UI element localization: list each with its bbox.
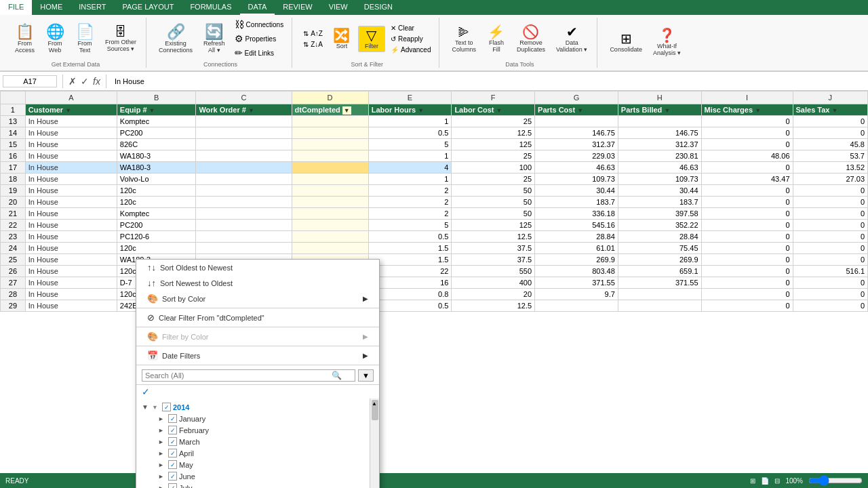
- cell-c-19[interactable]: [196, 185, 292, 197]
- cell-h-21[interactable]: 397.58: [618, 208, 701, 220]
- remove-duplicates-button[interactable]: 🚫 RemoveDuplicates: [513, 23, 549, 55]
- cell-d-15[interactable]: [292, 139, 368, 150]
- cell-b-14[interactable]: PC200: [117, 127, 196, 139]
- cell-f-29[interactable]: 12.5: [452, 300, 535, 312]
- cell-d-23[interactable]: [292, 231, 368, 243]
- cell-f-23[interactable]: 12.5: [452, 231, 535, 243]
- col-f-label[interactable]: Labor Cost ▼: [452, 104, 535, 116]
- cell-b-19[interactable]: 120c: [117, 185, 196, 197]
- col-a-label[interactable]: Customer ▼: [25, 104, 117, 116]
- page-break-icon[interactable]: ⊟: [774, 477, 780, 485]
- cell-f-28[interactable]: 20: [452, 289, 535, 300]
- parts-cost-filter-arrow[interactable]: ▼: [577, 107, 583, 114]
- cell-c-18[interactable]: [196, 174, 292, 185]
- reapply-button[interactable]: ↺ Reapply: [388, 34, 433, 44]
- cell-e-27[interactable]: 16: [368, 277, 452, 289]
- cell-h-18[interactable]: 109.73: [618, 174, 701, 185]
- confirm-icon[interactable]: ✓: [81, 76, 89, 87]
- cell-e-17[interactable]: 4: [368, 162, 452, 174]
- cell-i-20[interactable]: 0: [701, 197, 793, 208]
- cell-e-14[interactable]: 0.5: [368, 127, 452, 139]
- cell-g-29[interactable]: [535, 300, 618, 312]
- cell-b-22[interactable]: PC200: [117, 220, 196, 231]
- cell-e-15[interactable]: 5: [368, 139, 452, 150]
- cell-b-16[interactable]: WA180-3: [117, 150, 196, 162]
- cell-d-13[interactable]: [292, 116, 368, 127]
- cell-a-27[interactable]: In House: [25, 277, 117, 289]
- cell-j-23[interactable]: 0: [793, 231, 867, 243]
- cell-j-22[interactable]: 0: [793, 220, 867, 231]
- cell-i-24[interactable]: 0: [701, 243, 793, 254]
- cell-a-29[interactable]: In House: [25, 300, 117, 312]
- cell-j-13[interactable]: 0: [793, 116, 867, 127]
- tree-may[interactable]: ► May: [142, 459, 368, 470]
- col-h-label[interactable]: Parts Billed ▼: [618, 104, 701, 116]
- table-row[interactable]: 15In House826C5125312.37312.37045.8: [1, 139, 868, 150]
- misc-charges-filter-arrow[interactable]: ▼: [755, 107, 761, 114]
- table-row[interactable]: 28In House120c0.8209.700: [1, 289, 868, 300]
- cell-j-18[interactable]: 27.03: [793, 174, 867, 185]
- cell-d-19[interactable]: [292, 185, 368, 197]
- cell-j-24[interactable]: 0: [793, 243, 867, 254]
- cell-f-19[interactable]: 50: [452, 185, 535, 197]
- cell-i-19[interactable]: 0: [701, 185, 793, 197]
- cell-g-18[interactable]: 109.73: [535, 174, 618, 185]
- cell-h-19[interactable]: 30.44: [618, 185, 701, 197]
- sort-newest-item[interactable]: ↓↑ Sort Newest to Oldest: [136, 275, 379, 291]
- cell-b-20[interactable]: 120c: [117, 197, 196, 208]
- sales-tax-filter-arrow[interactable]: ▼: [832, 107, 838, 114]
- advanced-button[interactable]: ⚡ Advanced: [388, 45, 433, 55]
- cell-g-16[interactable]: 229.03: [535, 150, 618, 162]
- cell-e-23[interactable]: 0.5: [368, 231, 452, 243]
- flash-fill-button[interactable]: ⚡ FlashFill: [483, 23, 510, 55]
- tree-check-jul[interactable]: [168, 483, 177, 488]
- edit-links-button[interactable]: ✏ Edit Links: [232, 46, 287, 60]
- date-filters-item[interactable]: 📅 Date Filters ▶: [136, 348, 379, 363]
- workorder-filter-arrow[interactable]: ▼: [248, 107, 254, 114]
- cell-b-24[interactable]: 120c: [117, 243, 196, 254]
- col-c-label[interactable]: Work Order # ▼: [196, 104, 292, 116]
- cell-f-27[interactable]: 400: [452, 277, 535, 289]
- cell-e-26[interactable]: 22: [368, 266, 452, 277]
- cell-a-16[interactable]: In House: [25, 150, 117, 162]
- table-row[interactable]: 22In HousePC2005125545.16352.2200: [1, 220, 868, 231]
- cell-i-29[interactable]: 0: [701, 300, 793, 312]
- cell-a-24[interactable]: In House: [25, 243, 117, 254]
- cell-j-25[interactable]: 0: [793, 254, 867, 266]
- cell-h-28[interactable]: [618, 289, 701, 300]
- cell-g-27[interactable]: 371.55: [535, 277, 618, 289]
- cell-g-17[interactable]: 46.63: [535, 162, 618, 174]
- cell-e-28[interactable]: 0.8: [368, 289, 452, 300]
- cell-e-24[interactable]: 1.5: [368, 243, 452, 254]
- cell-a-21[interactable]: In House: [25, 208, 117, 220]
- col-header-c[interactable]: C: [196, 92, 292, 104]
- cell-i-28[interactable]: 0: [701, 289, 793, 300]
- cell-c-17[interactable]: [196, 162, 292, 174]
- cell-h-20[interactable]: 183.7: [618, 197, 701, 208]
- col-header-i[interactable]: I: [701, 92, 793, 104]
- select-all-check[interactable]: ✓: [142, 386, 153, 397]
- cell-f-22[interactable]: 125: [452, 220, 535, 231]
- cell-i-25[interactable]: 0: [701, 254, 793, 266]
- cell-g-20[interactable]: 183.7: [535, 197, 618, 208]
- cell-a-17[interactable]: In House: [25, 162, 117, 174]
- formula-input[interactable]: In House: [112, 76, 865, 87]
- cell-j-14[interactable]: 0: [793, 127, 867, 139]
- from-web-button[interactable]: 🌐 FromWeb: [41, 22, 68, 56]
- tree-check-jun[interactable]: [168, 472, 177, 481]
- cell-a-23[interactable]: In House: [25, 231, 117, 243]
- connections-small-button[interactable]: ⛓ Connections: [232, 18, 287, 31]
- cell-d-16[interactable]: [292, 150, 368, 162]
- cell-i-14[interactable]: 0: [701, 127, 793, 139]
- cell-c-24[interactable]: [196, 243, 292, 254]
- cell-f-21[interactable]: 50: [452, 208, 535, 220]
- col-header-b[interactable]: B: [117, 92, 196, 104]
- col-i-label[interactable]: Misc Charges ▼: [701, 104, 793, 116]
- cell-e-13[interactable]: 1: [368, 116, 452, 127]
- search-dropdown-button[interactable]: ▼: [358, 369, 374, 382]
- cell-a-18[interactable]: In House: [25, 174, 117, 185]
- cell-b-23[interactable]: PC120-6: [117, 231, 196, 243]
- table-row[interactable]: 17In HouseWA180-3410046.6346.63013.52: [1, 162, 868, 174]
- col-header-j[interactable]: J: [793, 92, 867, 104]
- col-header-a[interactable]: A: [25, 92, 117, 104]
